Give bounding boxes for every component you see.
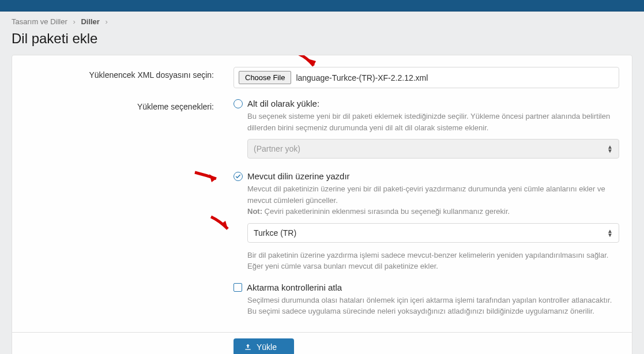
form-footer: Yükle: [12, 332, 632, 355]
radio-checked-icon: [234, 172, 243, 181]
radio-unchecked-icon: [234, 99, 243, 108]
file-name: language-Turkce-(TR)-XF-2.2.12.xml: [296, 73, 428, 82]
submit-label: Yükle: [257, 342, 277, 352]
upload-icon: [244, 343, 252, 351]
language-select-value: Turkce (TR): [254, 228, 296, 238]
options-label: Yükleme seçenekleri:: [12, 99, 225, 327]
form-panel: Yüklenencek XML dosyasını seçin: Choose …: [12, 55, 632, 354]
breadcrumb-current[interactable]: Diller: [81, 17, 100, 26]
submit-button[interactable]: Yükle: [234, 338, 294, 355]
chevron-right-icon: ›: [106, 17, 108, 26]
partner-select: (Partner yok) ▲▼: [247, 139, 619, 159]
radio-child-language-option[interactable]: Alt dil olarak yükle:: [234, 99, 619, 108]
radio-overwrite-desc1: Mevcut dil paketinizin üzerine yeni bir …: [247, 183, 619, 217]
radio-overwrite-label: Mevcut dilin üzerine yazdır: [247, 171, 350, 181]
radio-overwrite-language: Mevcut dilin üzerine yazdır Mevcut dil p…: [234, 171, 619, 272]
select-arrows-icon: ▲▼: [607, 145, 613, 153]
page-title: Dil paketi ekle: [0, 31, 644, 55]
radio-child-label: Alt dil olarak yükle:: [247, 99, 319, 108]
file-input[interactable]: Choose File language-Turkce-(TR)-XF-2.2.…: [234, 67, 619, 88]
radio-child-language: Alt dil olarak yükle: Bu seçenek sisteme…: [234, 99, 619, 159]
select-arrows-icon: ▲▼: [607, 229, 613, 237]
language-select[interactable]: Turkce (TR) ▲▼: [247, 223, 619, 243]
options-row: Yükleme seçenekleri: Alt dil olarak yükl…: [12, 88, 632, 327]
checkbox-skip-label: Aktarma kontrollerini atla: [247, 283, 342, 292]
radio-overwrite-option[interactable]: Mevcut dilin üzerine yazdır: [234, 171, 619, 181]
checkbox-unchecked-icon: [234, 283, 242, 292]
checkbox-skip-desc: Seçilmesi durumunda olası hataları önlem…: [247, 295, 619, 317]
file-row-label: Yüklenencek XML dosyasını seçin:: [12, 67, 225, 88]
partner-select-value: (Partner yok): [254, 144, 300, 153]
choose-file-button[interactable]: Choose File: [239, 71, 291, 84]
checkbox-skip-option[interactable]: Aktarma kontrollerini atla: [234, 283, 619, 292]
checkbox-skip: Aktarma kontrollerini atla Seçilmesi dur…: [234, 283, 619, 317]
radio-child-desc: Bu seçenek sisteme yeni bir dil paketi e…: [247, 111, 619, 133]
radio-overwrite-desc2: Bir dil paketinin üzerine yazdırma işlem…: [247, 250, 619, 272]
breadcrumb: Tasarım ve Diller › Diller ›: [0, 12, 644, 31]
top-bar: [0, 0, 644, 12]
chevron-right-icon: ›: [73, 17, 75, 26]
breadcrumb-root[interactable]: Tasarım ve Diller: [12, 17, 67, 26]
file-row: Yüklenencek XML dosyasını seçin: Choose …: [12, 55, 632, 88]
